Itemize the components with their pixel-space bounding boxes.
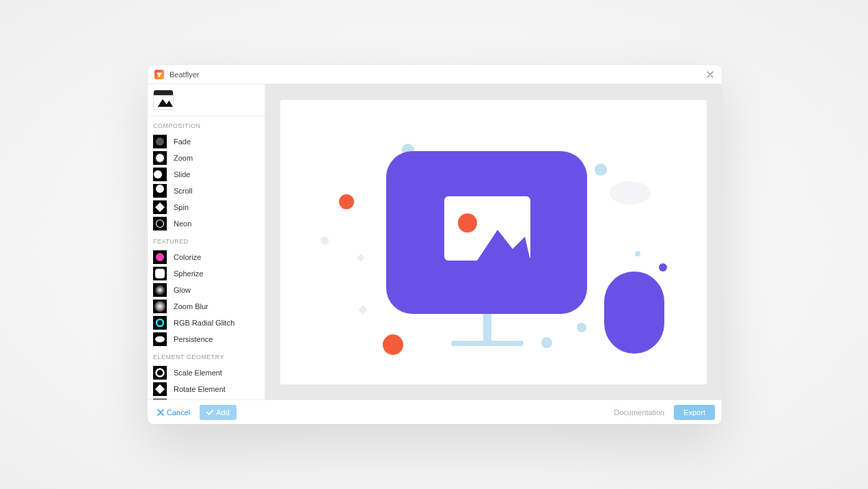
footer-left: Cancel Add <box>154 405 272 420</box>
svg-point-7 <box>156 154 164 162</box>
section-header: FEATURED <box>148 232 265 249</box>
glow-icon <box>153 283 167 297</box>
effect-row-scale[interactable]: Scale Element <box>148 365 265 381</box>
svg-point-40 <box>541 337 552 348</box>
svg-point-44 <box>610 181 651 204</box>
effect-row-slide[interactable]: Slide <box>148 166 265 183</box>
svg-rect-48 <box>451 341 524 346</box>
titlebar: Beatflyer <box>148 65 722 84</box>
section-header: ELEMENT GEOMETRY <box>148 347 265 365</box>
add-label: Add <box>216 408 230 417</box>
canvas-preview <box>280 100 707 384</box>
rgbglitch-icon <box>153 316 167 330</box>
spherize-icon <box>153 267 167 280</box>
section-header: COMPOSITION <box>148 116 265 133</box>
svg-point-35 <box>321 237 329 245</box>
effect-row-neon[interactable]: Neon <box>148 215 265 232</box>
export-label: Export <box>683 408 705 417</box>
effect-label: RGB Radial Glitch <box>174 319 234 327</box>
effect-row-spherize[interactable]: Spherize <box>148 265 265 282</box>
svg-point-45 <box>659 263 667 272</box>
export-button[interactable]: Export <box>674 405 715 420</box>
svg-rect-29 <box>153 366 167 380</box>
svg-point-43 <box>635 251 640 256</box>
effect-label: Scroll <box>174 187 193 195</box>
svg-marker-46 <box>358 305 368 315</box>
titlebar-left: Beatflyer <box>154 70 199 79</box>
svg-point-41 <box>577 323 586 332</box>
persistence-icon <box>153 332 167 346</box>
effect-label: Fade <box>174 137 191 146</box>
footer: Cancel Add Documentation Export <box>148 399 722 424</box>
effect-row-fade[interactable]: Fade <box>148 133 265 150</box>
svg-point-51 <box>458 213 477 233</box>
svg-point-38 <box>339 194 354 209</box>
effect-label: Slide <box>174 170 190 179</box>
effect-label: Colorize <box>174 253 201 261</box>
check-icon <box>206 409 213 416</box>
effect-label: Spherize <box>174 269 203 278</box>
effects-list[interactable]: COMPOSITIONFadeZoomSlideScrollSpinNeonFE… <box>148 116 265 399</box>
scroll-icon <box>153 184 167 198</box>
svg-rect-1 <box>154 90 173 95</box>
effect-label: Glow <box>174 286 191 294</box>
svg-point-42 <box>595 163 607 176</box>
add-button[interactable]: Add <box>200 405 236 420</box>
effect-label: Spin <box>174 203 189 211</box>
svg-rect-53 <box>604 272 664 354</box>
svg-point-24 <box>154 300 166 313</box>
x-icon <box>157 409 164 416</box>
canvas-area <box>265 84 722 399</box>
neon-icon <box>153 217 167 230</box>
svg-point-39 <box>383 334 403 355</box>
layer-thumbnail[interactable] <box>153 90 174 110</box>
svg-point-28 <box>155 336 165 343</box>
effect-row-zoomblur[interactable]: Zoom Blur <box>148 298 265 315</box>
svg-marker-0 <box>157 72 162 77</box>
sidebar: COMPOSITIONFadeZoomSlideScrollSpinNeonFE… <box>148 84 265 399</box>
svg-point-10 <box>154 170 162 179</box>
effect-row-zoom[interactable]: Zoom <box>148 150 265 166</box>
slide-icon <box>153 168 167 181</box>
zoomblur-icon <box>153 300 167 313</box>
svg-rect-47 <box>483 310 491 342</box>
svg-rect-20 <box>155 269 165 278</box>
effect-row-rotate[interactable]: Rotate Element <box>148 381 265 397</box>
effect-row-persistence[interactable]: Persistence <box>148 331 265 347</box>
close-icon[interactable] <box>705 70 715 79</box>
svg-point-5 <box>156 137 164 146</box>
fade-icon <box>153 135 167 148</box>
svg-rect-15 <box>153 217 167 230</box>
spin-icon <box>153 200 167 214</box>
scale-icon <box>153 366 167 380</box>
effect-label: Neon <box>174 220 191 228</box>
svg-point-18 <box>156 253 164 261</box>
app-logo-icon <box>154 70 164 79</box>
documentation-link[interactable]: Documentation <box>614 408 664 417</box>
app-window: Beatflyer COMPOSITIONFadeZoomSlideScroll… <box>148 65 722 424</box>
app-name: Beatflyer <box>169 70 199 79</box>
rotate-icon <box>153 382 167 396</box>
effect-row-colorize[interactable]: Colorize <box>148 249 265 265</box>
canvas-illustration <box>280 100 707 384</box>
effect-row-spin[interactable]: Spin <box>148 199 265 215</box>
effect-label: Zoom Blur <box>174 302 208 310</box>
effect-row-scroll[interactable]: Scroll <box>148 183 265 199</box>
svg-rect-25 <box>153 316 167 330</box>
svg-marker-36 <box>357 254 365 262</box>
effect-label: Scale Element <box>174 369 222 377</box>
layer-thumb-row <box>148 84 265 116</box>
body: COMPOSITIONFadeZoomSlideScrollSpinNeonFE… <box>148 84 722 399</box>
effect-row-glow[interactable]: Glow <box>148 282 265 298</box>
zoom-icon <box>153 151 167 165</box>
effect-label: Zoom <box>174 154 193 162</box>
effect-row-rgbglitch[interactable]: RGB Radial Glitch <box>148 315 265 331</box>
cancel-label: Cancel <box>167 408 190 417</box>
svg-point-22 <box>154 285 165 295</box>
footer-right: Documentation Export <box>614 405 715 420</box>
colorize-icon <box>153 250 167 264</box>
effect-label: Persistence <box>174 335 213 343</box>
cancel-button[interactable]: Cancel <box>157 408 190 417</box>
svg-point-12 <box>156 185 164 193</box>
effect-label: Rotate Element <box>174 385 226 393</box>
